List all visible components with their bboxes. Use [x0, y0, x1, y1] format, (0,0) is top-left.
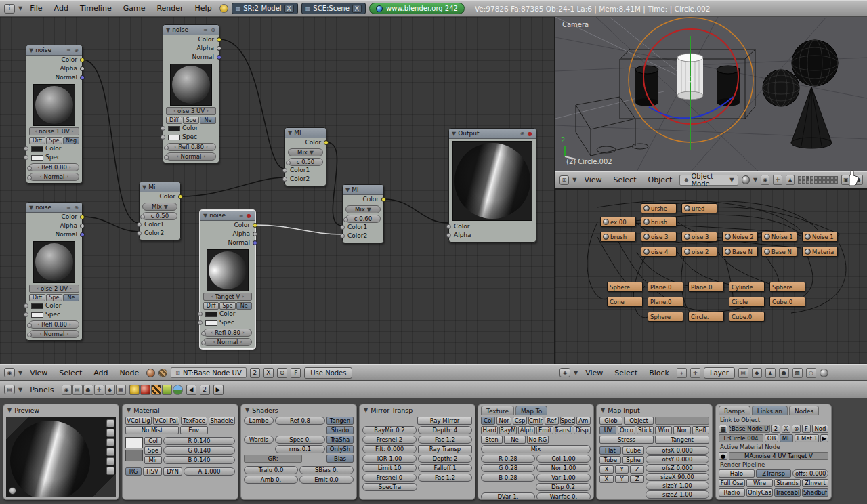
texture-name-field[interactable]: ‹Tanget V› — [203, 293, 252, 301]
screen-selector[interactable]: ▦ SR:2-Model X — [232, 3, 298, 14]
overview-node[interactable]: Cube.0 — [769, 297, 805, 307]
color2-in-socket[interactable] — [137, 231, 142, 236]
fac-in-socket[interactable] — [343, 217, 348, 222]
no-mist-toggle[interactable]: No Mist — [125, 426, 179, 434]
overview-node[interactable]: Plane.0 — [648, 282, 683, 292]
nor-input-toggle[interactable]: Nor — [673, 426, 690, 434]
color-out-socket[interactable] — [381, 197, 386, 202]
normal-input[interactable]: ‹Normal› — [29, 173, 79, 181]
transp-depth-slider[interactable]: Depth: 2 — [418, 455, 472, 463]
overview-node[interactable]: Sphere — [607, 282, 643, 292]
spec-in-socket[interactable] — [161, 135, 165, 140]
color-out-socket[interactable] — [253, 223, 257, 228]
csp-toggle[interactable]: Csp — [513, 417, 527, 425]
mode-dropdown[interactable]: ◆ Object Mode ▼ — [679, 175, 738, 186]
menu-object[interactable]: Object — [643, 175, 676, 184]
overview-node[interactable]: Base N — [722, 247, 758, 257]
col-fac-slider[interactable]: Col 1.00 — [536, 455, 591, 463]
raymir-slider[interactable]: RayMir 0.2 — [362, 426, 417, 434]
scene-selector[interactable]: ▦ SCE:Scene X — [301, 3, 366, 14]
warp-fac-slider[interactable]: Warfac 0. — [536, 492, 591, 500]
menu-select[interactable]: Select — [55, 369, 86, 377]
panel-shaders[interactable]: ▼Shaders Lambe Ref 0.8 Tangen Shado Ward… — [240, 404, 357, 500]
dvar-slider[interactable]: DVar 1. — [481, 492, 535, 500]
normal-out-socket[interactable] — [80, 232, 85, 237]
radio-toggle[interactable]: Radio — [719, 488, 745, 497]
g-slider[interactable]: G 0.140 — [163, 446, 235, 455]
spec-swatch[interactable] — [168, 135, 180, 140]
normal-out-socket[interactable] — [217, 55, 221, 60]
overview-node[interactable]: Circle — [729, 297, 765, 307]
no-rgb-toggle[interactable]: No RG — [527, 436, 549, 444]
node-mix-3[interactable]: ▼Mi Color Mix▼ c 0.60 Color1 Color2 — [342, 184, 384, 243]
trasha-toggle[interactable]: TraSha — [326, 436, 354, 444]
ref-slider[interactable]: Ref 0.8 — [275, 417, 325, 425]
refl-slider[interactable]: ‹Refl 0.80› — [203, 329, 252, 337]
shadow-toggle[interactable]: Shado — [326, 426, 354, 434]
preview-flat-icon[interactable] — [106, 419, 114, 427]
spec-toggle[interactable]: Spe — [183, 117, 199, 124]
color2-in-socket[interactable] — [340, 234, 345, 238]
color-swatch[interactable] — [168, 126, 180, 131]
color-in-socket[interactable] — [161, 126, 165, 131]
ray-transp-toggle[interactable]: Ray Transp — [418, 445, 472, 453]
y-axis-toggle[interactable]: Y — [615, 465, 629, 474]
color1-in-socket[interactable] — [137, 222, 142, 227]
nor-toggle[interactable]: Nor — [496, 417, 511, 425]
overview-node[interactable]: brush — [641, 217, 677, 227]
color-in-socket[interactable] — [446, 224, 451, 229]
node-header-icons[interactable]: ≡ ⊕ — [66, 205, 79, 211]
diffuse-color-swatch[interactable] — [125, 437, 143, 448]
vcol-paint-toggle[interactable]: VCol Pai — [153, 417, 179, 425]
collapse-icon[interactable]: ▼ — [29, 47, 33, 54]
ztransp-toggle[interactable]: ZTransp — [756, 469, 792, 478]
shadeless-toggle[interactable]: Shadele — [209, 417, 235, 425]
r-slider[interactable]: R 0.140 — [163, 437, 235, 445]
menu-select[interactable]: Select — [610, 175, 641, 184]
object-id-field[interactable]: E:Circle.004 — [719, 434, 763, 442]
fresnel-mirror-slider[interactable]: Fresnel 2 — [362, 436, 417, 444]
bias-toggle[interactable]: Bias — [326, 455, 354, 463]
snap-icon[interactable]: ▲ — [786, 175, 795, 185]
collapse-menu-icon[interactable]: ▼ — [18, 387, 22, 393]
alpha-out-socket[interactable] — [253, 232, 257, 236]
users-count-button[interactable]: 2 — [250, 368, 260, 378]
users-count-button[interactable]: 2 — [771, 425, 780, 433]
normal-input[interactable]: ‹Normal› — [203, 338, 252, 346]
neg-toggle[interactable]: Ne — [236, 302, 252, 310]
uv-toggle[interactable]: UV — [599, 426, 616, 434]
auto-name-icon[interactable]: ⊕ — [277, 368, 288, 378]
close-icon[interactable]: X — [284, 5, 294, 13]
node-header[interactable]: ▼Mi — [285, 128, 326, 138]
next-material-icon[interactable]: ▶ — [820, 434, 828, 442]
dyn-toggle[interactable]: DYN — [163, 467, 182, 476]
y-axis-toggle[interactable]: Y — [615, 475, 629, 483]
object-toggle[interactable]: Object — [624, 417, 654, 425]
unlink-button[interactable]: X — [782, 425, 790, 433]
emit-toggle[interactable]: Emit — [536, 426, 553, 434]
object-context-icon[interactable]: ✛ — [94, 385, 104, 395]
alpha-in-socket[interactable] — [446, 233, 451, 238]
menu-node[interactable]: Node — [116, 369, 144, 377]
env-toggle[interactable]: Env — [180, 426, 208, 434]
tex-r-slider[interactable]: R 0.28 — [481, 455, 535, 463]
overview-node[interactable]: Noise 1 — [802, 232, 838, 242]
close-icon[interactable]: X — [352, 5, 362, 13]
menu-select[interactable]: Select — [610, 369, 641, 377]
overview-node[interactable]: brush — [600, 232, 636, 242]
rms-slider[interactable]: rms:0.1 — [275, 445, 325, 453]
panel-title-bar[interactable]: ▼Material — [123, 404, 238, 415]
pivot-icon[interactable]: ◉ — [761, 175, 769, 185]
refl-in-socket[interactable] — [164, 146, 169, 150]
material-filter-icon[interactable]: ● — [779, 368, 789, 378]
alpha-toggle[interactable]: Alph — [518, 426, 535, 434]
draw-mode-dropdown-icon[interactable]: ▼ — [753, 177, 757, 183]
ofsy-slider[interactable]: ofsY 0.000 — [646, 455, 709, 463]
menu-file[interactable]: File — [26, 4, 46, 13]
normal-input[interactable]: ‹Normal› — [166, 152, 216, 161]
b-slider[interactable]: B 0.140 — [163, 456, 235, 464]
tangent-toggle[interactable]: Tangen — [326, 417, 354, 425]
node-header[interactable]: ▼ noise ≡ ⊕ — [163, 25, 219, 35]
strands-toggle[interactable]: Strands — [774, 479, 801, 487]
tex-g-slider[interactable]: G 0.28 — [481, 464, 535, 472]
